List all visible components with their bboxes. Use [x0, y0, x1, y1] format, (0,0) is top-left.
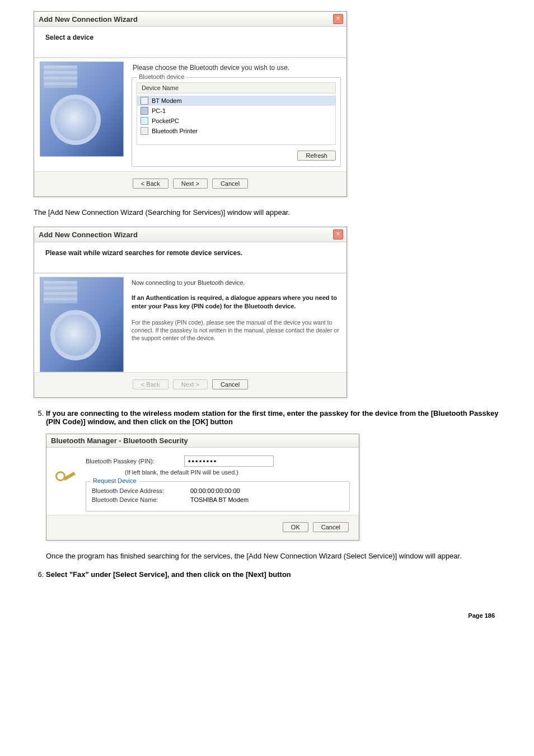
- header-panel: Select a device: [34, 27, 346, 58]
- passkey-hint: (If left blank, the default PIN will be …: [125, 469, 350, 476]
- fields: Bluetooth Passkey (PIN): •••••••• (If le…: [86, 456, 350, 511]
- name-label: Bluetooth Device Name:: [92, 496, 181, 503]
- button-row: OK Cancel: [46, 515, 359, 540]
- address-row: Bluetooth Device Address: 00:00:00:00:00…: [92, 487, 344, 494]
- list-item[interactable]: Bluetooth Printer: [137, 126, 335, 136]
- cancel-button[interactable]: Cancel: [212, 379, 248, 389]
- dialog-title: Add New Connection Wizard: [39, 15, 138, 24]
- name-value: TOSHIBA BT Modem: [190, 496, 249, 503]
- dialog-header: Select a device: [43, 32, 338, 41]
- step-6-text: Select "Fax" under [Select Service], and…: [46, 570, 291, 579]
- titlebar: Add New Connection Wizard ×: [34, 227, 346, 242]
- step-list: If you are connecting to the wireless mo…: [24, 409, 500, 579]
- back-button: < Back: [133, 379, 168, 389]
- content-right: Now connecting to your Bluetooth device.…: [132, 277, 341, 372]
- bluetooth-security-dialog: Bluetooth Manager - Bluetooth Security B…: [46, 434, 359, 541]
- request-device-title: Request Device: [91, 477, 139, 484]
- passkey-label: Bluetooth Passkey (PIN):: [86, 458, 175, 464]
- name-row: Bluetooth Device Name: TOSHIBA BT Modem: [92, 496, 344, 503]
- address-label: Bluetooth Device Address:: [92, 487, 181, 494]
- wizard-illustration: [40, 62, 124, 157]
- dialog-header: Please wait while wizard searches for re…: [43, 248, 338, 257]
- body-paragraph: The [Add New Connection Wizard (Searchin…: [34, 208, 500, 217]
- content-area: Now connecting to your Bluetooth device.…: [34, 273, 346, 373]
- device-name: BT Modem: [152, 97, 182, 104]
- modem-icon: [140, 97, 148, 105]
- printer-icon: [140, 127, 148, 135]
- request-device-group: Request Device Bluetooth Device Address:…: [86, 481, 350, 511]
- device-list[interactable]: BT Modem PC-1 PocketPC Bluetooth Printer: [137, 95, 336, 145]
- list-item[interactable]: PC-1: [137, 106, 335, 116]
- page-footer: Page 186: [34, 612, 500, 619]
- dialog-title: Add New Connection Wizard: [39, 231, 138, 239]
- list-item[interactable]: BT Modem: [137, 96, 335, 106]
- content-area: Please choose the Bluetooth device you w…: [34, 58, 346, 172]
- close-icon[interactable]: ×: [333, 14, 343, 24]
- select-device-dialog: Add New Connection Wizard × Select a dev…: [34, 11, 347, 197]
- list-item[interactable]: PocketPC: [137, 116, 335, 126]
- device-name: PocketPC: [152, 118, 179, 124]
- titlebar: Bluetooth Manager - Bluetooth Security: [46, 434, 359, 448]
- key-icon: [55, 466, 78, 488]
- device-name: Bluetooth Printer: [152, 128, 198, 134]
- content-area: Bluetooth Passkey (PIN): •••••••• (If le…: [46, 448, 359, 515]
- step-6: Select "Fax" under [Select Service], and…: [46, 570, 500, 579]
- pda-icon: [140, 117, 148, 125]
- passkey-input[interactable]: ••••••••: [184, 456, 274, 467]
- groupbox-title: Bluetooth device: [137, 73, 186, 80]
- next-button[interactable]: Next >: [173, 179, 208, 189]
- next-button: Next >: [173, 379, 208, 389]
- refresh-row: Refresh: [137, 151, 336, 161]
- titlebar: Add New Connection Wizard ×: [34, 12, 346, 27]
- prompt-text: Please choose the Bluetooth device you w…: [133, 64, 341, 72]
- close-icon[interactable]: ×: [333, 229, 343, 240]
- wizard-illustration: [40, 277, 124, 372]
- step-5: If you are connecting to the wireless mo…: [46, 409, 500, 560]
- address-value: 00:00:00:00:00:00: [190, 487, 240, 494]
- button-row: < Back Next > Cancel: [34, 373, 346, 397]
- list-header: Device Name: [137, 82, 336, 93]
- body-paragraph: Once the program has finished searching …: [46, 552, 500, 560]
- passkey-row: Bluetooth Passkey (PIN): ••••••••: [86, 456, 350, 467]
- cancel-button[interactable]: Cancel: [212, 179, 248, 189]
- button-row: < Back Next > Cancel: [34, 172, 346, 196]
- dialog-title: Bluetooth Manager - Bluetooth Security: [51, 436, 188, 445]
- refresh-button[interactable]: Refresh: [297, 151, 336, 161]
- device-name: PC-1: [152, 107, 166, 114]
- content-right: Please choose the Bluetooth device you w…: [132, 62, 341, 171]
- bluetooth-device-group: Bluetooth device Device Name BT Modem PC…: [132, 77, 341, 167]
- auth-warning: If an Authentication is required, a dial…: [132, 294, 341, 311]
- back-button[interactable]: < Back: [133, 179, 168, 189]
- searching-services-dialog: Add New Connection Wizard × Please wait …: [34, 227, 347, 398]
- status-text: Now connecting to your Bluetooth device.: [132, 279, 341, 286]
- header-panel: Please wait while wizard searches for re…: [34, 242, 346, 273]
- cancel-button[interactable]: Cancel: [313, 522, 349, 532]
- pc-icon: [140, 107, 148, 115]
- passkey-hint: For the passkey (PIN code), please see t…: [132, 318, 341, 342]
- ok-button[interactable]: OK: [283, 522, 308, 532]
- step-5-text: If you are connecting to the wireless mo…: [46, 409, 498, 426]
